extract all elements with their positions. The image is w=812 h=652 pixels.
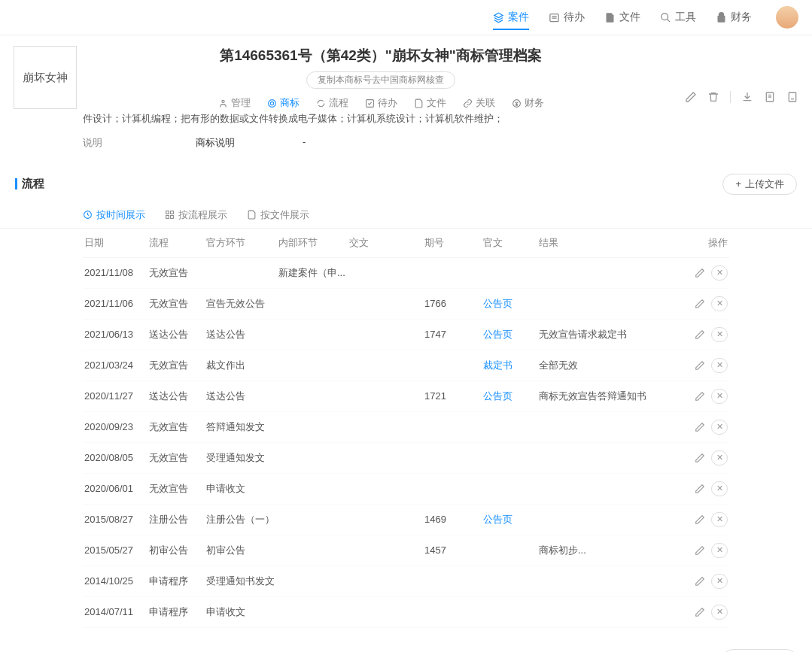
desc-dash: - (303, 136, 306, 150)
nav-finance[interactable]: 财务 (716, 11, 752, 24)
cell-date: 2015/05/27 (84, 544, 149, 556)
edit-icon[interactable] (685, 91, 697, 103)
upload-file-button[interactable]: +上传文件 (722, 174, 797, 195)
row-delete-button[interactable]: ✕ (711, 327, 728, 342)
cell-official: 注册公告（一） (206, 513, 278, 526)
cell-date: 2021/11/06 (84, 298, 149, 309)
row-edit-icon[interactable] (695, 545, 705, 556)
svg-rect-5 (366, 99, 373, 107)
row-delete-button[interactable]: ✕ (711, 389, 728, 404)
cell-official: 宣告无效公告 (206, 297, 278, 311)
row-delete-button[interactable]: ✕ (711, 265, 728, 281)
cell-issue: 1469 (424, 514, 483, 525)
table-row: 2014/07/11申请程序申请收文✕ (83, 597, 729, 628)
row-delete-button[interactable]: ✕ (711, 481, 728, 496)
nav-tool[interactable]: 工具 (660, 11, 696, 24)
row-delete-button[interactable]: ✕ (711, 450, 728, 465)
row-delete-button[interactable]: ✕ (711, 605, 728, 620)
cell-date: 2014/10/25 (84, 575, 149, 587)
cell-result: 无效宣告请求裁定书 (539, 328, 674, 341)
row-delete-button[interactable]: ✕ (711, 296, 728, 311)
row-edit-icon[interactable] (695, 453, 705, 463)
col-internal: 内部环节 (278, 236, 349, 250)
cell-process: 申请程序 (149, 575, 206, 588)
row-delete-button[interactable]: ✕ (711, 574, 728, 589)
cell-ops: ✕ (674, 605, 728, 620)
goods-desc: 件设计；计算机编程；把有形的数据或文件转换成电子媒体；计算机系统设计；计算机软件… (83, 110, 729, 129)
row-edit-icon[interactable] (695, 484, 705, 494)
cell-doc[interactable]: 公告页 (483, 328, 539, 341)
cell-ops: ✕ (674, 543, 728, 558)
col-exchange: 交文 (349, 236, 424, 250)
svg-rect-8 (789, 92, 795, 102)
row-edit-icon[interactable] (695, 391, 705, 402)
cell-doc[interactable]: 裁定书 (483, 359, 539, 372)
cell-ops: ✕ (674, 296, 728, 311)
cell-result: 商标初步... (539, 544, 674, 557)
cell-ops: ✕ (674, 420, 728, 435)
check-icon (365, 99, 375, 108)
row-delete-button[interactable]: ✕ (711, 358, 728, 373)
row-edit-icon[interactable] (695, 268, 705, 278)
avatar[interactable] (776, 6, 798, 29)
row-edit-icon[interactable] (695, 514, 705, 525)
table-row: 2021/11/06无效宣告宣告无效公告1766公告页✕ (83, 289, 729, 320)
cell-date: 2020/08/05 (84, 452, 149, 463)
snav-trademark[interactable]: 商标 (267, 96, 300, 110)
row-edit-icon[interactable] (695, 329, 705, 340)
table-row: 2014/10/25申请程序受理通知书发文✕ (83, 566, 729, 597)
snav-relation[interactable]: 关联 (463, 96, 495, 110)
plus-icon: + (735, 178, 741, 190)
col-process: 流程 (149, 236, 206, 250)
snav-finance[interactable]: 财务 (512, 96, 544, 110)
snav-file[interactable]: 文件 (414, 96, 446, 110)
page-icon (247, 210, 257, 220)
nav-todo-label: 待办 (564, 11, 585, 24)
row-edit-icon[interactable] (695, 607, 705, 617)
target-icon (267, 99, 277, 108)
row-delete-button[interactable]: ✕ (711, 543, 728, 558)
clock-icon (83, 210, 93, 220)
download-icon[interactable] (741, 91, 753, 103)
nav-file[interactable]: 文件 (604, 11, 640, 24)
cell-ops: ✕ (674, 327, 728, 342)
new-todo-button[interactable]: +新建待办 (722, 649, 797, 652)
trash-icon[interactable] (707, 91, 719, 103)
row-delete-button[interactable]: ✕ (711, 512, 728, 527)
row-edit-icon[interactable] (695, 576, 705, 587)
file-icon (604, 12, 616, 23)
table-row: 2021/03/24无效宣告裁文作出裁定书全部无效✕ (83, 350, 729, 381)
desc-label: 说明 (83, 136, 128, 150)
cell-process: 无效宣告 (149, 451, 206, 465)
table-row: 2020/09/23无效宣告答辩通知发文✕ (83, 412, 729, 443)
tab-by-process[interactable]: 按流程展示 (165, 208, 227, 222)
cell-ops: ✕ (674, 481, 728, 496)
cell-official: 答辩通知发文 (206, 420, 278, 434)
snav-todo[interactable]: 待办 (365, 96, 397, 110)
cell-ops: ✕ (674, 389, 728, 404)
tab-by-time[interactable]: 按时间展示 (83, 208, 145, 222)
row-edit-icon[interactable] (695, 299, 705, 309)
svg-rect-12 (166, 216, 169, 219)
table-header: 日期 流程 官方环节 内部环节 交文 期号 官文 结果 操作 (83, 229, 729, 258)
row-delete-button[interactable]: ✕ (711, 420, 728, 435)
row-edit-icon[interactable] (695, 360, 705, 371)
cell-ops: ✕ (674, 358, 728, 373)
nav-case[interactable]: 案件 (493, 11, 529, 30)
cell-doc[interactable]: 公告页 (483, 390, 539, 403)
tab-by-file[interactable]: 按文件展示 (247, 208, 309, 222)
cell-doc[interactable]: 公告页 (483, 297, 539, 311)
cell-process: 初审公告 (149, 544, 206, 557)
nav-todo[interactable]: 待办 (549, 11, 585, 24)
copy-trademark-link[interactable]: 复制本商标号去中国商标网核查 (306, 71, 455, 89)
cell-doc[interactable]: 公告页 (483, 513, 539, 526)
snav-manage[interactable]: 管理 (218, 96, 251, 110)
export-pdf-icon[interactable] (786, 91, 798, 103)
header-actions (685, 46, 798, 103)
cell-process: 无效宣告 (149, 420, 206, 434)
row-edit-icon[interactable] (695, 422, 705, 432)
snav-process[interactable]: 流程 (316, 96, 348, 110)
cell-result: 商标无效宣告答辩通知书 (539, 390, 674, 403)
export-doc-icon[interactable] (764, 91, 776, 103)
col-date: 日期 (84, 236, 149, 250)
